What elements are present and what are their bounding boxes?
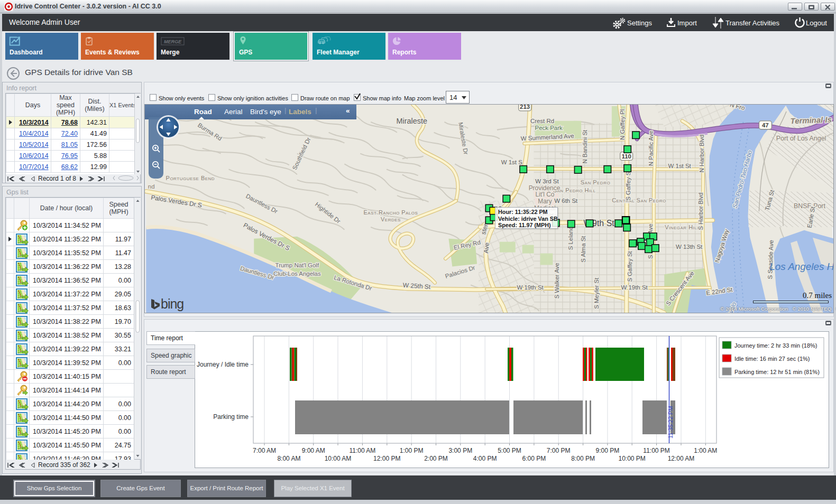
svg-text:Journey time: 2 hr 33 min (18%: Journey time: 2 hr 33 min (18%) xyxy=(734,342,817,349)
svg-text:8:00 PM: 8:00 PM xyxy=(571,455,595,462)
svg-text:11:00 PM: 11:00 PM xyxy=(643,447,669,454)
svg-text:W 19th St: W 19th St xyxy=(621,284,648,291)
svg-text:W 19th St: W 19th St xyxy=(517,284,544,291)
svg-text:Vinegar Hill: Vinegar Hill xyxy=(665,224,700,230)
svg-text:3:00 PM: 3:00 PM xyxy=(448,447,472,454)
svg-text:Trump Nat'l Golf: Trump Nat'l Golf xyxy=(275,262,319,268)
svg-text:1:00 AM: 1:00 AM xyxy=(694,447,717,454)
svg-text:7:00 PM: 7:00 PM xyxy=(547,447,571,454)
svg-text:Los Angeles Harb: Los Angeles Harb xyxy=(769,261,834,272)
svg-text:Ave: Ave xyxy=(482,242,491,254)
svg-text:5:00 PM: 5:00 PM xyxy=(498,447,521,454)
svg-text:S Alma St: S Alma St xyxy=(580,236,586,263)
svg-text:12:00 AM: 12:00 AM xyxy=(668,455,695,462)
svg-text:10:00 PM: 10:00 PM xyxy=(619,455,646,462)
svg-text:Parking time: 12 hr 51 min (81: Parking time: 12 hr 51 min (81%) xyxy=(734,369,820,375)
svg-text:W 3rd St: W 3rd St xyxy=(535,178,559,184)
svg-text:Verdes: Verdes xyxy=(381,216,401,222)
svg-text:9th St: 9th St xyxy=(592,219,614,228)
svg-text:10:00 AM: 10:00 AM xyxy=(325,455,352,462)
svg-text:N Bandini St: N Bandini St xyxy=(582,129,588,163)
svg-text:4:00 PM: 4:00 PM xyxy=(473,455,497,462)
svg-text:Club-Los Angelas: Club-Los Angelas xyxy=(273,270,321,277)
svg-text:MERGE: MERGE xyxy=(164,39,182,44)
svg-text:Crest Rd: Crest Rd xyxy=(530,118,554,124)
svg-text:9:00 AM: 9:00 AM xyxy=(302,447,325,454)
svg-text:nd: nd xyxy=(148,183,155,190)
svg-text:Portuguese Bend: Portuguese Bend xyxy=(166,175,215,181)
svg-text:N Gaffey Pl: N Gaffey Pl xyxy=(619,109,626,140)
svg-text:8:00 AM: 8:00 AM xyxy=(277,455,300,462)
svg-text:213: 213 xyxy=(520,104,530,110)
svg-text:N Harbor Blvd: N Harbor Blvd xyxy=(699,135,705,173)
svg-text:S Gaffey S: S Gaffey S xyxy=(625,171,631,200)
svg-text:S Walker Ave: S Walker Ave xyxy=(554,263,560,298)
svg-text:S Gaffey St: S Gaffey St xyxy=(627,250,633,282)
svg-text:Journey / Idle time: Journey / Idle time xyxy=(197,361,249,368)
svg-text:W 1st S: W 1st S xyxy=(501,159,522,165)
svg-text:47: 47 xyxy=(762,122,769,128)
svg-text:7:00 AM: 7:00 AM xyxy=(253,447,276,454)
svg-text:9:00 PM: 9:00 PM xyxy=(596,447,620,454)
svg-text:San Pedro: San Pedro xyxy=(581,179,610,185)
svg-text:W 6th St: W 6th St xyxy=(554,198,578,204)
svg-text:S Meyler St: S Meyler St xyxy=(593,277,600,309)
svg-text:W 1st St: W 1st St xyxy=(668,163,692,169)
svg-text:S Leland: S Leland xyxy=(567,226,574,250)
svg-text:11:00 AM: 11:00 AM xyxy=(349,447,375,454)
svg-text:12:00 PM: 12:00 PM xyxy=(373,455,400,462)
svg-text:Lit'l Co: Lit'l Co xyxy=(535,191,554,198)
svg-text:N Pacific Ave: N Pacific Ave xyxy=(648,130,654,166)
svg-text:Miraleste: Miraleste xyxy=(397,117,427,125)
svg-text:W 13th St: W 13th St xyxy=(676,244,703,250)
svg-text:S Harbor Blvd: S Harbor Blvd xyxy=(697,192,704,230)
svg-text:Central San Pedro: Central San Pedro xyxy=(612,197,666,203)
svg-text:East Rancho Palos: East Rancho Palos xyxy=(364,209,418,216)
svg-text:Idle time: 16 min 27 sec (1%): Idle time: 16 min 27 sec (1%) xyxy=(734,356,810,362)
svg-text:11:35:22 PM: 11:35:22 PM xyxy=(667,406,674,438)
svg-text:1:00 PM: 1:00 PM xyxy=(400,447,424,454)
svg-text:6:00 PM: 6:00 PM xyxy=(522,455,546,462)
svg-text:2:00 PM: 2:00 PM xyxy=(424,455,448,462)
svg-text:Parking time: Parking time xyxy=(213,413,249,421)
svg-text:110: 110 xyxy=(621,153,631,160)
svg-text:Port of Los Angel: Port of Los Angel xyxy=(776,135,826,142)
svg-text:Terminal Is: Terminal Is xyxy=(790,115,832,125)
svg-text:Mary: Mary xyxy=(538,198,552,205)
svg-text:Peck Park: Peck Park xyxy=(535,125,563,131)
